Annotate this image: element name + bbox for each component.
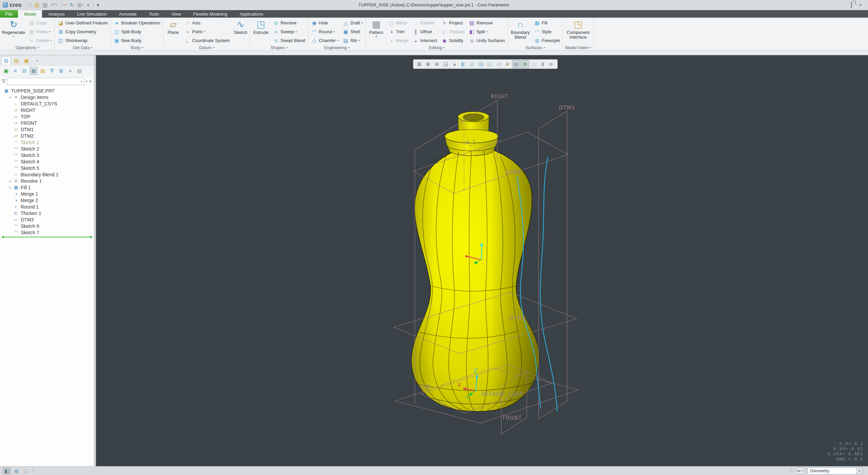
tab-annotate[interactable]: Annotate (113, 10, 143, 18)
tab-tools[interactable]: Tools (143, 10, 165, 18)
plane-button[interactable]: ▱Plane (165, 19, 182, 36)
tree-item-right[interactable]: ▱RIGHT (0, 107, 94, 113)
group-label-shapes[interactable]: Shapes▾ (252, 45, 307, 51)
tab-view[interactable]: View (165, 10, 187, 18)
freestyle-button[interactable]: ◍Freestyle (533, 36, 561, 45)
annotation-display-button[interactable]: ∗ (503, 60, 512, 68)
open-file-icon[interactable]: ▤ (34, 1, 40, 9)
view-manager-button[interactable]: ▤ (477, 60, 485, 68)
extrude-button[interactable]: ◳Extrude (252, 19, 270, 36)
graphics-area[interactable]: RIGHTDTM3A_1DTM2DTM1TOPDEFAULT_CSYSFRONT… (96, 55, 868, 466)
selected-items-display-button[interactable]: ⊛ (521, 60, 529, 68)
sketch-button[interactable]: ∿Sketch (232, 19, 249, 36)
boolean-operations-button[interactable]: ●Boolean Operations (112, 19, 162, 27)
trim-button[interactable]: ◑Trim (387, 27, 410, 36)
tree-item-sketch-2[interactable]: ◠Sketch 2 (0, 145, 94, 152)
toolbar-overflow-button[interactable]: » (66, 67, 74, 75)
regenerate-button[interactable]: ↻Regenerate▾ (1, 19, 26, 39)
tree-item-fill-1[interactable]: ▸▦Fill 1 (0, 184, 94, 191)
draft-button[interactable]: △Draft▾ (341, 19, 364, 27)
tree-item-sketch-3[interactable]: ◠Sketch 3 (0, 152, 94, 158)
rib-button[interactable]: ▤Rib▾ (341, 36, 364, 45)
zoom-in-button[interactable]: ⊕ (424, 60, 432, 68)
offset-button[interactable]: ∥Offset (411, 27, 439, 36)
regenerate-quick-icon[interactable]: ↻ (69, 1, 75, 9)
swept-blend-button[interactable]: ∿Swept Blend (271, 36, 307, 45)
tree-item-sketch-7[interactable]: ◠Sketch 7 (0, 229, 94, 236)
favorites-tab[interactable]: ▣ (22, 56, 31, 65)
expander-icon[interactable]: ▸ (7, 179, 13, 183)
solidify-button[interactable]: ◆Solidify (440, 36, 466, 45)
navigator-toggle-button[interactable]: ◧ (3, 468, 11, 474)
unify-surfaces-button[interactable]: ∪Unify Surfaces (467, 36, 506, 45)
tree-item-thicken-1[interactable]: ⊏Thicken 1 (0, 210, 94, 216)
window-switch-icon[interactable]: ⊞▾ (76, 1, 84, 9)
display-style-button[interactable]: ◧ (459, 60, 467, 68)
split-body-button[interactable]: ◫Split Body (112, 27, 162, 36)
user-defined-feature-button[interactable]: ◪User-Defined Feature (56, 19, 109, 27)
hole-button[interactable]: ◉Hole (310, 19, 340, 27)
model-tree-tab[interactable]: ⊟ (1, 56, 11, 65)
tab-analysis[interactable]: Analysis (42, 10, 71, 18)
split-button[interactable]: ◧Split▾ (467, 27, 506, 36)
zoom-region-button[interactable]: ⊞ (415, 60, 423, 68)
tab-applications[interactable]: Applications (233, 10, 269, 18)
tree-settings-button[interactable]: ▤ (75, 67, 83, 75)
tab-flexible-modeling[interactable]: Flexible Modeling (187, 10, 233, 18)
group-label-surfaces[interactable]: Surfaces▾ (509, 45, 561, 51)
tab-file[interactable]: File (0, 10, 18, 18)
tree-item-default-csys[interactable]: ∟DEFAULT_CSYS (0, 100, 94, 107)
find-button[interactable]: ∞ ▾ (796, 468, 805, 474)
fill-button[interactable]: ▦Fill (533, 19, 561, 27)
tab-live-simulation[interactable]: Live Simulation (71, 10, 113, 18)
round-button[interactable]: ◠Round▾ (310, 27, 340, 36)
tab-model[interactable]: Model (18, 10, 42, 18)
tree-item-design-items[interactable]: ▸≡Design Items (0, 94, 94, 100)
expander-icon[interactable]: ▸ (7, 96, 13, 99)
tree-item-merge-1[interactable]: ◑Merge 1 (0, 191, 94, 197)
tree-item-sketch-6[interactable]: ◠Sketch 6 (0, 223, 94, 229)
web-browser-toggle-button[interactable]: ◍ (12, 468, 20, 474)
group-label-engineering[interactable]: Engineering▾ (310, 45, 364, 51)
section-view-button[interactable]: ◰ (486, 60, 494, 68)
style-button[interactable]: ◠Style (533, 27, 561, 36)
restore-button[interactable] (851, 3, 852, 7)
tree-search-input[interactable] (8, 79, 80, 84)
tree-item-sketch-5[interactable]: ◠Sketch 5 (0, 165, 94, 171)
group-label-editing[interactable]: Editing▾ (367, 45, 506, 51)
revolve-button[interactable]: ⊙Revolve (271, 19, 307, 27)
selection-filter-select[interactable]: Geometry ▾ (808, 468, 863, 474)
tree-item-dtm3[interactable]: ▱DTM3 (0, 216, 94, 223)
saved-orientations-button[interactable]: ⊟ (468, 60, 476, 68)
expander-icon[interactable]: ▸ (7, 186, 13, 189)
axis-button[interactable]: ∕Axis (183, 19, 231, 27)
clear-filter-icon[interactable]: × (80, 79, 83, 84)
filter-dropdown-icon[interactable]: ▾ (86, 80, 88, 83)
copy-geometry-button[interactable]: ⊞Copy Geometry (56, 27, 109, 36)
tree-item-front[interactable]: ▱FRONT (0, 120, 94, 126)
group-label-operations[interactable]: Operations▾ (1, 45, 53, 51)
tree-item-dtm1[interactable]: ▱DTM1 (0, 126, 94, 133)
insertion-locator[interactable] (3, 237, 91, 237)
sweep-button[interactable]: ≈Sweep▾ (271, 27, 307, 36)
expand-all-button[interactable]: ≡ (11, 67, 19, 75)
undo-icon[interactable]: ↶▾ (50, 1, 58, 9)
group-label-body[interactable]: Body▾ (112, 45, 162, 51)
redo-icon[interactable]: ↷▾ (59, 1, 67, 9)
tree-item-tupper-sise-prt[interactable]: ▣TUPPER_SISE.PRT (0, 87, 94, 94)
chamfer-button[interactable]: ◇Chamfer▾ (310, 36, 340, 45)
shrinkwrap-button[interactable]: ◫Shrinkwrap (56, 36, 109, 45)
group-label-get-data[interactable]: Get Data▾ (56, 45, 109, 51)
tree-columns-button[interactable]: ▦ (30, 67, 38, 75)
tree-item-top[interactable]: ▱TOP (0, 113, 94, 120)
boundary-blend-button[interactable]: ∩Boundary Blend (509, 19, 531, 40)
tree-item-dtm2[interactable]: ▱DTM2 (0, 133, 94, 139)
project-button[interactable]: ∿Project (440, 19, 466, 27)
intersect-button[interactable]: ◒Intersect (411, 36, 439, 45)
zoom-out-button[interactable]: ⊖ (433, 60, 441, 68)
tree-item-sketch-4[interactable]: ◠Sketch 4 (0, 158, 94, 165)
tree-copy-button[interactable]: ⊞ (57, 67, 65, 75)
add-filter-icon[interactable]: + (89, 78, 92, 84)
tree-item-merge-2[interactable]: ◑Merge 2 (0, 197, 94, 203)
accessory-window-button[interactable]: □ (22, 468, 30, 474)
